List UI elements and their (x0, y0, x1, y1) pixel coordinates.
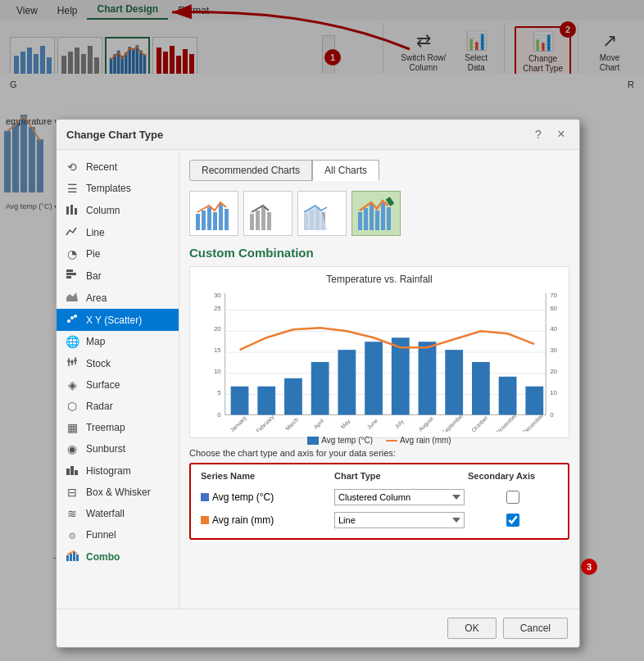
series-chart-type-avg-temp[interactable]: Clustered Column Line Bar Area (334, 489, 465, 505)
series-chart-type-avg-rain-container: Clustered Column Line Bar Area (334, 512, 465, 528)
chart-type-surface[interactable]: ◈ Surface (57, 374, 179, 396)
chart-type-combo[interactable]: Combo (57, 546, 179, 568)
series-name-avg-rain: Avg rain (mm) (201, 514, 331, 526)
svg-rect-109 (445, 350, 463, 414)
line-label: Line (86, 227, 105, 238)
chart-type-waterfall[interactable]: ≋ Waterfall (57, 503, 179, 524)
svg-text:May: May (339, 418, 351, 430)
dialog-close-button[interactable]: × (553, 126, 569, 143)
chart-type-templates[interactable]: ☰ Templates (57, 178, 179, 199)
svg-text:April: April (313, 418, 326, 431)
svg-rect-105 (338, 350, 356, 414)
secondary-axis-avg-rain-checkbox[interactable] (506, 514, 519, 527)
series-color-avg-rain (201, 516, 209, 524)
preview-chart-title: Temperature vs. Rainfall (197, 274, 562, 285)
chart-type-map[interactable]: 🌐 Map (57, 331, 179, 352)
chart-type-line[interactable]: Line (57, 221, 179, 243)
svg-rect-58 (202, 211, 206, 230)
svg-text:July: July (393, 418, 406, 430)
secondary-axis-avg-temp-checkbox[interactable] (506, 491, 519, 504)
dialog-help-button[interactable]: ? (530, 126, 546, 143)
svg-text:40: 40 (550, 325, 557, 333)
svg-rect-56 (76, 555, 79, 561)
chart-subtype-2[interactable] (243, 191, 293, 236)
chart-type-bar[interactable]: Bar (57, 265, 179, 287)
svg-rect-110 (472, 362, 490, 414)
change-chart-type-dialog: Change Chart Type ? × ⟲ Recent ☰ Templat… (56, 119, 580, 648)
svg-rect-54 (70, 554, 72, 561)
chart-type-radar[interactable]: ⬡ Radar (57, 396, 179, 417)
svg-rect-53 (66, 555, 69, 561)
ok-button[interactable]: OK (447, 618, 496, 639)
dialog-title: Change Chart Type (66, 129, 163, 141)
series-header: Series Name Chart Type Secondary Axis (197, 471, 561, 481)
preview-chart: Temperature vs. Rainfall 0 5 10 15 20 (189, 266, 569, 438)
chart-tabs-bar: Recommended Charts All Charts (189, 160, 569, 181)
svg-rect-103 (284, 378, 302, 415)
bar-label: Bar (86, 270, 102, 282)
header-chart-type: Chart Type (334, 471, 468, 481)
svg-rect-111 (499, 377, 517, 415)
svg-text:February: February (255, 414, 276, 432)
templates-icon: ☰ (65, 182, 79, 195)
secondary-axis-avg-temp-container (468, 491, 558, 504)
tab-all-charts[interactable]: All Charts (312, 160, 379, 181)
recent-icon: ⟲ (65, 161, 79, 174)
badge-3: 3 (581, 559, 597, 575)
svg-text:10: 10 (214, 368, 221, 375)
dialog-overlay: Change Chart Type ? × ⟲ Recent ☰ Templat… (0, 0, 644, 661)
chart-type-xy-scatter[interactable]: X Y (Scatter) (57, 309, 179, 331)
svg-text:15: 15 (214, 346, 221, 354)
box-whisker-icon: ⊟ (65, 486, 79, 499)
dialog-titlebar: Change Chart Type ? × (57, 120, 579, 150)
svg-text:0: 0 (550, 411, 554, 419)
chart-subtypes (189, 191, 569, 236)
chart-type-recent[interactable]: ⟲ Recent (57, 156, 179, 178)
svg-rect-76 (381, 202, 385, 230)
sunburst-icon: ◉ (65, 442, 79, 455)
svg-rect-57 (196, 214, 200, 230)
surface-icon: ◈ (65, 378, 79, 392)
xy-scatter-icon (65, 313, 79, 327)
combo-icon (65, 550, 79, 564)
chart-type-column[interactable]: Column (57, 199, 179, 221)
chart-type-treemap[interactable]: ▦ Treemap (57, 417, 179, 438)
legend-avg-temp: Avg temp (°C) (307, 436, 373, 445)
svg-point-42 (70, 316, 74, 319)
chart-subtype-1[interactable] (189, 191, 238, 236)
xy-scatter-label: X Y (Scatter) (86, 315, 142, 326)
series-name-avg-temp: Avg temp (°C) (201, 491, 331, 503)
series-row-avg-rain: Avg rain (mm) Clustered Column Line Bar … (197, 509, 561, 532)
chart-type-stock[interactable]: Stock (57, 352, 179, 374)
chart-type-histogram[interactable]: Histogram (57, 460, 179, 482)
svg-rect-38 (66, 273, 76, 275)
combo-label: Combo (86, 551, 120, 563)
svg-text:25: 25 (214, 305, 221, 312)
pie-label: Pie (86, 248, 100, 260)
svg-rect-61 (219, 204, 223, 230)
chart-subtype-3[interactable] (297, 191, 347, 236)
column-icon (65, 203, 79, 217)
svg-rect-77 (387, 207, 391, 230)
chart-subtype-4[interactable] (351, 191, 401, 236)
legend-avg-rain: Avg rain (mm) (386, 436, 451, 445)
chart-type-funnel[interactable]: ⌾ Funnel (57, 524, 179, 546)
svg-rect-102 (257, 387, 275, 415)
sunburst-label: Sunburst (86, 443, 125, 455)
chart-type-area[interactable]: Area (57, 287, 179, 309)
svg-rect-75 (375, 211, 379, 230)
svg-rect-60 (213, 212, 217, 230)
svg-text:30: 30 (550, 346, 557, 354)
series-label-avg-temp: Avg temp (°C) (212, 491, 274, 503)
cancel-button[interactable]: Cancel (503, 618, 568, 639)
chart-legend: Avg temp (°C) Avg rain (mm) (197, 436, 562, 445)
svg-rect-74 (370, 204, 374, 230)
tab-recommended-charts[interactable]: Recommended Charts (189, 160, 312, 181)
chart-type-sunburst[interactable]: ◉ Sunburst (57, 438, 179, 460)
chart-type-box-whisker[interactable]: ⊟ Box & Whisker (57, 482, 179, 503)
secondary-axis-avg-rain-container (468, 514, 558, 527)
chart-type-pie[interactable]: ◔ Pie (57, 243, 179, 265)
series-chart-type-avg-rain[interactable]: Clustered Column Line Bar Area (334, 512, 465, 528)
svg-text:70: 70 (550, 292, 557, 299)
map-icon: 🌐 (65, 335, 79, 348)
